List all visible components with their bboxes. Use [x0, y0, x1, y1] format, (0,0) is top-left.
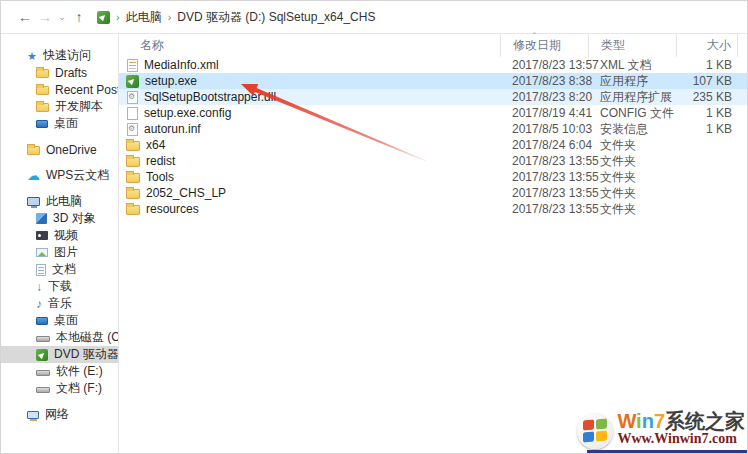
column-header-date-modified[interactable]: ˆ 修改日期	[500, 34, 588, 57]
doc-icon	[36, 264, 46, 276]
file-name: resources	[146, 202, 199, 216]
file-folder-icon	[126, 205, 140, 215]
column-header-name[interactable]: 名称	[119, 34, 500, 57]
file-name-cell: setup.exe.config	[119, 106, 500, 120]
picture-icon	[36, 248, 48, 257]
table-row[interactable]: autorun.inf2017/8/5 10:03安装信息1 KB	[119, 121, 747, 137]
file-size: 235 KB	[676, 90, 738, 104]
file-exe-icon	[126, 75, 139, 88]
table-row[interactable]: x642017/8/24 6:04文件夹	[119, 137, 747, 153]
sidebar-item[interactable]: 快速访问	[1, 47, 118, 64]
table-row[interactable]: Tools2017/8/23 13:55文件夹	[119, 169, 747, 185]
sidebar-item-label: 桌面	[54, 115, 78, 132]
sidebar-item[interactable]: 图片	[1, 244, 118, 261]
table-row[interactable]: setup.exe.config2017/8/19 4:41CONFIG 文件1…	[119, 105, 747, 121]
file-size: 1 KB	[676, 106, 738, 120]
sidebar-item[interactable]: 音乐	[1, 295, 118, 312]
file-name-cell: MediaInfo.xml	[119, 58, 500, 72]
file-date-modified: 2017/8/5 10:03	[500, 122, 588, 136]
file-name: redist	[146, 154, 175, 168]
file-type: 文件夹	[588, 153, 676, 170]
sidebar-item[interactable]: 开发脚本	[1, 98, 118, 115]
file-name-cell: Tools	[119, 170, 500, 184]
sidebar-item-label: 本地磁盘 (C:)	[56, 329, 119, 346]
sidebar-item[interactable]: OneDrive	[1, 141, 118, 158]
sidebar-item[interactable]: 本地磁盘 (C:)	[1, 329, 118, 346]
video-icon	[36, 231, 48, 240]
disk-icon	[36, 387, 50, 393]
pc-icon	[27, 197, 40, 206]
up-icon[interactable]: ↑	[69, 9, 89, 25]
forward-icon[interactable]: →	[35, 9, 55, 25]
file-date-modified: 2017/8/24 6:04	[500, 138, 588, 152]
column-header-type[interactable]: 类型	[588, 34, 676, 57]
table-row[interactable]: resources2017/8/23 13:55文件夹	[119, 201, 747, 217]
sidebar-item[interactable]: Drafts	[1, 64, 118, 81]
file-rows: MediaInfo.xml2017/8/23 13:57XML 文档1 KBse…	[119, 57, 747, 217]
column-header-type-label: 类型	[601, 37, 625, 54]
cube-icon	[36, 213, 47, 224]
file-name-cell: SqlSetupBootstrapper.dll	[119, 90, 500, 104]
sidebar-item[interactable]: Recent Posts	[1, 81, 118, 98]
sidebar-item[interactable]: 桌面	[1, 115, 118, 132]
dvd-drive-icon[interactable]	[97, 11, 110, 24]
sidebar-item[interactable]: 网络	[1, 406, 118, 423]
table-row[interactable]: setup.exe2017/8/23 8:38应用程序107 KB	[119, 73, 747, 89]
column-header-size[interactable]: 大小	[676, 34, 738, 57]
file-date-modified: 2017/8/23 13:55	[500, 154, 588, 168]
file-size: 107 KB	[676, 74, 738, 88]
sidebar-item-label: OneDrive	[46, 143, 97, 157]
sidebar-item[interactable]: 文档	[1, 261, 118, 278]
file-folder-icon	[126, 189, 140, 199]
table-row[interactable]: redist2017/8/23 13:55文件夹	[119, 153, 747, 169]
sidebar-item[interactable]: 3D 对象	[1, 210, 118, 227]
sidebar-item-label: Recent Posts	[55, 83, 119, 97]
breadcrumb-item-1[interactable]: DVD 驱动器 (D:) SqlSetup_x64_CHS	[177, 9, 375, 26]
table-row[interactable]: 2052_CHS_LP2017/8/23 13:55文件夹	[119, 185, 747, 201]
recent-locations-caret-icon[interactable]: ⌄	[55, 12, 69, 22]
folder-icon	[36, 103, 49, 112]
file-folder-icon	[126, 173, 140, 183]
sidebar-item[interactable]: 文档 (F:)	[1, 380, 118, 397]
breadcrumb-item-0[interactable]: 此电脑	[126, 9, 162, 26]
file-folder-icon	[126, 141, 140, 151]
sidebar-item[interactable]: 视频	[1, 227, 118, 244]
file-type: 文件夹	[588, 169, 676, 186]
sidebar-item[interactable]: 下载	[1, 278, 118, 295]
sidebar-item[interactable]: 桌面	[1, 312, 118, 329]
table-row[interactable]: MediaInfo.xml2017/8/23 13:57XML 文档1 KB	[119, 57, 747, 73]
file-folder-icon	[126, 157, 140, 167]
breadcrumb-separator-icon: ›	[168, 11, 172, 23]
nav-buttons: ← → ⌄ ↑	[1, 9, 89, 25]
sidebar-item-label: 此电脑	[46, 193, 82, 210]
navigation-toolbar: ← → ⌄ ↑ ›此电脑›DVD 驱动器 (D:) SqlSetup_x64_C…	[1, 1, 747, 34]
sidebar-item-label: WPS云文档	[46, 167, 109, 184]
sidebar-item[interactable]: 此电脑	[1, 193, 118, 210]
watermark-text: Win7系统之家 Www.Winwin7.com	[617, 411, 745, 450]
back-icon[interactable]: ←	[15, 9, 35, 25]
file-name-cell: autorun.inf	[119, 122, 500, 136]
folder-icon	[36, 86, 49, 95]
table-row[interactable]: SqlSetupBootstrapper.dll2017/8/23 8:20应用…	[119, 89, 747, 105]
file-xml-icon	[127, 59, 138, 72]
disk-icon	[36, 370, 50, 376]
file-name-cell: 2052_CHS_LP	[119, 186, 500, 200]
sidebar-item-label: 下载	[48, 278, 72, 295]
watermark-accent-bar	[587, 450, 747, 453]
navigation-pane: 快速访问DraftsRecent Posts开发脚本桌面OneDriveWPS云…	[1, 34, 119, 453]
file-type: CONFIG 文件	[588, 105, 676, 122]
sort-ascending-icon: ˆ	[533, 31, 536, 41]
file-name-cell: setup.exe	[119, 74, 500, 88]
file-date-modified: 2017/8/23 13:57	[500, 58, 588, 72]
watermark-brand: Win7系统之家	[617, 411, 745, 431]
sidebar-item-label: 文档 (F:)	[56, 380, 102, 397]
sidebar-item[interactable]: WPS云文档	[1, 167, 118, 184]
column-header-size-label: 大小	[707, 37, 731, 54]
file-list-pane: 名称 ˆ 修改日期 类型 大小 MediaInfo.xml2017/8/23 1…	[119, 34, 747, 453]
file-config-icon	[127, 107, 138, 120]
sidebar-item-label: 文档	[52, 261, 76, 278]
file-date-modified: 2017/8/23 8:38	[500, 74, 588, 88]
file-name: SqlSetupBootstrapper.dll	[144, 90, 276, 104]
sidebar-item[interactable]: DVD 驱动器 (D	[1, 346, 118, 363]
sidebar-item[interactable]: 软件 (E:)	[1, 363, 118, 380]
